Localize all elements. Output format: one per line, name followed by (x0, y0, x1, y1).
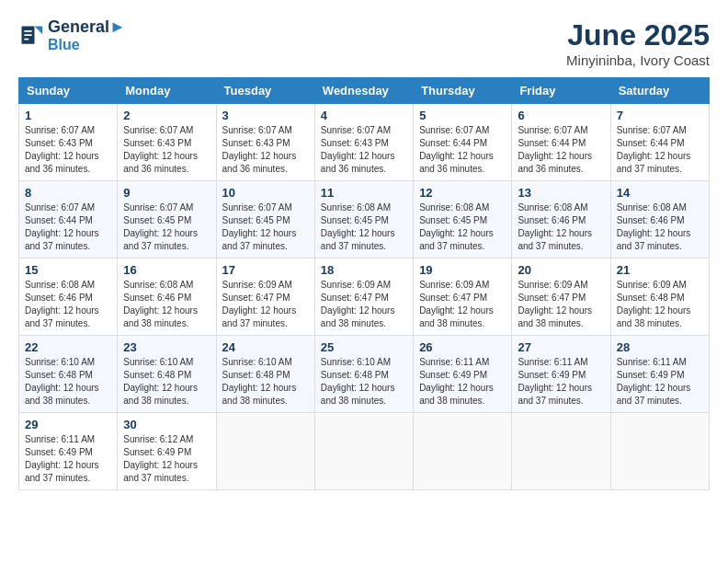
calendar-cell (216, 413, 314, 490)
month-title: June 2025 (566, 18, 710, 52)
calendar-week-row: 29 Sunrise: 6:11 AM Sunset: 6:49 PM Dayl… (19, 413, 710, 490)
day-number: 14 (617, 186, 703, 200)
calendar-cell: 2 Sunrise: 6:07 AM Sunset: 6:43 PM Dayli… (118, 104, 216, 181)
day-info: Sunrise: 6:07 AM Sunset: 6:44 PM Dayligh… (518, 124, 604, 176)
day-info: Sunrise: 6:08 AM Sunset: 6:45 PM Dayligh… (419, 201, 506, 253)
calendar-cell: 13 Sunrise: 6:08 AM Sunset: 6:46 PM Dayl… (512, 181, 610, 259)
day-info: Sunrise: 6:08 AM Sunset: 6:45 PM Dayligh… (321, 201, 407, 253)
day-info: Sunrise: 6:07 AM Sunset: 6:45 PM Dayligh… (222, 201, 309, 253)
day-number: 28 (617, 340, 703, 354)
day-info: Sunrise: 6:09 AM Sunset: 6:47 PM Dayligh… (518, 279, 604, 330)
calendar-cell: 3 Sunrise: 6:07 AM Sunset: 6:43 PM Dayli… (216, 104, 314, 181)
svg-marker-0 (35, 26, 43, 34)
calendar-cell: 28 Sunrise: 6:11 AM Sunset: 6:49 PM Dayl… (610, 336, 709, 413)
day-number: 20 (518, 263, 604, 277)
day-info: Sunrise: 6:12 AM Sunset: 6:49 PM Dayligh… (123, 433, 210, 485)
day-number: 11 (321, 186, 407, 200)
logo: General► Blue (18, 18, 126, 52)
day-info: Sunrise: 6:09 AM Sunset: 6:47 PM Dayligh… (419, 279, 506, 330)
day-number: 29 (25, 418, 111, 431)
calendar-cell: 12 Sunrise: 6:08 AM Sunset: 6:45 PM Dayl… (414, 181, 512, 259)
day-info: Sunrise: 6:07 AM Sunset: 6:43 PM Dayligh… (123, 124, 210, 176)
day-number: 21 (617, 263, 703, 277)
calendar-cell: 22 Sunrise: 6:10 AM Sunset: 6:48 PM Dayl… (19, 336, 118, 413)
day-info: Sunrise: 6:09 AM Sunset: 6:48 PM Dayligh… (617, 279, 703, 330)
calendar-cell: 10 Sunrise: 6:07 AM Sunset: 6:45 PM Dayl… (216, 181, 314, 259)
calendar-cell: 25 Sunrise: 6:10 AM Sunset: 6:48 PM Dayl… (314, 336, 413, 413)
day-info: Sunrise: 6:08 AM Sunset: 6:46 PM Dayligh… (518, 201, 604, 253)
day-number: 10 (222, 186, 309, 200)
calendar-cell (512, 413, 610, 490)
location-title: Minyininba, Ivory Coast (566, 52, 710, 68)
day-number: 23 (123, 340, 210, 354)
header-wednesday: Wednesday (314, 78, 413, 104)
day-info: Sunrise: 6:11 AM Sunset: 6:49 PM Dayligh… (419, 356, 506, 408)
calendar-cell (314, 413, 413, 490)
svg-rect-4 (24, 38, 28, 40)
header-saturday: Saturday (610, 78, 709, 104)
calendar-cell: 20 Sunrise: 6:09 AM Sunset: 6:47 PM Dayl… (512, 259, 610, 336)
calendar-header-row: SundayMondayTuesdayWednesdayThursdayFrid… (19, 78, 710, 104)
day-info: Sunrise: 6:10 AM Sunset: 6:48 PM Dayligh… (222, 356, 309, 408)
day-number: 12 (419, 186, 506, 200)
calendar-cell: 16 Sunrise: 6:08 AM Sunset: 6:46 PM Dayl… (118, 259, 216, 336)
day-info: Sunrise: 6:11 AM Sunset: 6:49 PM Dayligh… (518, 356, 604, 408)
day-number: 2 (123, 109, 210, 122)
day-number: 6 (518, 109, 604, 122)
day-number: 27 (518, 340, 604, 354)
day-info: Sunrise: 6:07 AM Sunset: 6:43 PM Dayligh… (321, 124, 407, 176)
calendar-week-row: 1 Sunrise: 6:07 AM Sunset: 6:43 PM Dayli… (19, 104, 710, 181)
calendar-cell: 1 Sunrise: 6:07 AM Sunset: 6:43 PM Dayli… (19, 104, 118, 181)
day-info: Sunrise: 6:10 AM Sunset: 6:48 PM Dayligh… (321, 356, 407, 408)
day-info: Sunrise: 6:09 AM Sunset: 6:47 PM Dayligh… (321, 279, 407, 330)
header-sunday: Sunday (19, 78, 118, 104)
calendar-cell: 9 Sunrise: 6:07 AM Sunset: 6:45 PM Dayli… (118, 181, 216, 259)
day-number: 16 (123, 263, 210, 277)
header-monday: Monday (118, 78, 216, 104)
calendar-cell: 21 Sunrise: 6:09 AM Sunset: 6:48 PM Dayl… (610, 259, 709, 336)
title-area: June 2025 Minyininba, Ivory Coast (566, 18, 710, 68)
calendar-cell (610, 413, 709, 490)
calendar-cell: 14 Sunrise: 6:08 AM Sunset: 6:46 PM Dayl… (610, 181, 709, 259)
calendar-cell: 30 Sunrise: 6:12 AM Sunset: 6:49 PM Dayl… (118, 413, 216, 490)
day-info: Sunrise: 6:08 AM Sunset: 6:46 PM Dayligh… (123, 279, 210, 330)
day-info: Sunrise: 6:10 AM Sunset: 6:48 PM Dayligh… (25, 356, 111, 408)
calendar-cell: 8 Sunrise: 6:07 AM Sunset: 6:44 PM Dayli… (19, 181, 118, 259)
calendar-cell: 6 Sunrise: 6:07 AM Sunset: 6:44 PM Dayli… (512, 104, 610, 181)
day-number: 30 (123, 418, 210, 431)
day-info: Sunrise: 6:07 AM Sunset: 6:44 PM Dayligh… (617, 124, 703, 176)
calendar-week-row: 22 Sunrise: 6:10 AM Sunset: 6:48 PM Dayl… (19, 336, 710, 413)
day-number: 8 (25, 186, 111, 200)
calendar-cell: 24 Sunrise: 6:10 AM Sunset: 6:48 PM Dayl… (216, 336, 314, 413)
header-thursday: Thursday (414, 78, 512, 104)
day-info: Sunrise: 6:10 AM Sunset: 6:48 PM Dayligh… (123, 356, 210, 408)
calendar-cell: 26 Sunrise: 6:11 AM Sunset: 6:49 PM Dayl… (414, 336, 512, 413)
day-number: 1 (25, 109, 111, 122)
svg-rect-3 (24, 34, 32, 36)
day-info: Sunrise: 6:11 AM Sunset: 6:49 PM Dayligh… (25, 433, 111, 485)
calendar-cell: 27 Sunrise: 6:11 AM Sunset: 6:49 PM Dayl… (512, 336, 610, 413)
day-info: Sunrise: 6:07 AM Sunset: 6:44 PM Dayligh… (25, 201, 111, 253)
calendar-cell: 4 Sunrise: 6:07 AM Sunset: 6:43 PM Dayli… (314, 104, 413, 181)
calendar-cell: 7 Sunrise: 6:07 AM Sunset: 6:44 PM Dayli… (610, 104, 709, 181)
calendar-cell: 18 Sunrise: 6:09 AM Sunset: 6:47 PM Dayl… (314, 259, 413, 336)
calendar-cell: 5 Sunrise: 6:07 AM Sunset: 6:44 PM Dayli… (414, 104, 512, 181)
day-number: 15 (25, 263, 111, 277)
day-number: 17 (222, 263, 309, 277)
day-number: 7 (617, 109, 703, 122)
day-info: Sunrise: 6:09 AM Sunset: 6:47 PM Dayligh… (222, 279, 309, 330)
day-info: Sunrise: 6:07 AM Sunset: 6:45 PM Dayligh… (123, 201, 210, 253)
day-number: 4 (321, 109, 407, 122)
calendar-cell: 17 Sunrise: 6:09 AM Sunset: 6:47 PM Dayl… (216, 259, 314, 336)
page-header: General► Blue June 2025 Minyininba, Ivor… (18, 18, 710, 68)
day-number: 25 (321, 340, 407, 354)
day-number: 26 (419, 340, 506, 354)
day-info: Sunrise: 6:07 AM Sunset: 6:43 PM Dayligh… (222, 124, 309, 176)
logo-icon (18, 23, 44, 49)
header-tuesday: Tuesday (216, 78, 314, 104)
header-friday: Friday (512, 78, 610, 104)
day-number: 5 (419, 109, 506, 122)
calendar-cell: 29 Sunrise: 6:11 AM Sunset: 6:49 PM Dayl… (19, 413, 118, 490)
logo-text: General► Blue (48, 18, 126, 52)
calendar-cell: 11 Sunrise: 6:08 AM Sunset: 6:45 PM Dayl… (314, 181, 413, 259)
